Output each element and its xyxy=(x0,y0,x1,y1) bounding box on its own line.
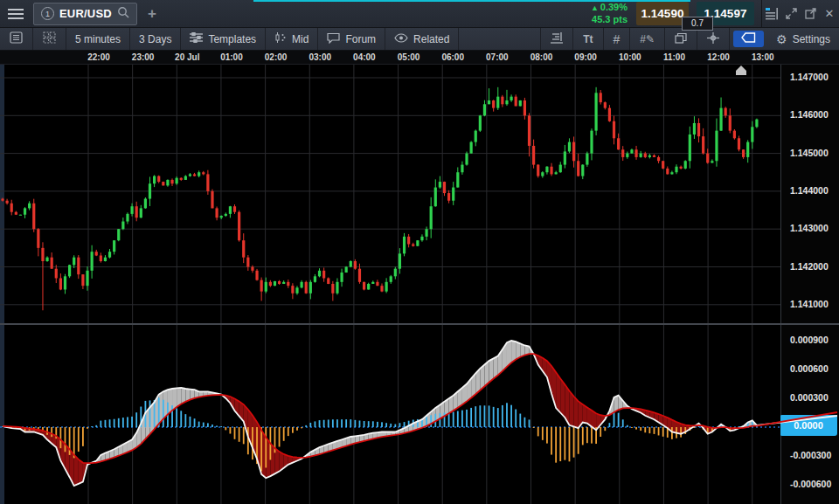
time-label: 20 Jul xyxy=(175,52,199,62)
candle xyxy=(496,97,499,108)
candle xyxy=(274,281,276,286)
grid-icon: # xyxy=(614,32,621,46)
candle xyxy=(331,284,334,293)
candle xyxy=(634,149,637,157)
chart-shift-button[interactable] xyxy=(541,28,573,50)
candle xyxy=(430,206,433,229)
candle xyxy=(193,174,196,176)
candle xyxy=(91,252,94,271)
candle xyxy=(265,282,267,292)
candle xyxy=(32,204,35,229)
candle xyxy=(648,155,651,157)
time-label: 09:00 xyxy=(574,52,597,62)
candle xyxy=(95,252,98,255)
candle xyxy=(746,142,749,157)
main-menu-button[interactable] xyxy=(0,0,31,28)
hamburger-icon xyxy=(8,9,24,19)
candle xyxy=(153,176,156,184)
time-label: 10:00 xyxy=(619,52,641,62)
candle xyxy=(510,97,512,100)
candle xyxy=(390,276,392,281)
price-chart-panel[interactable] xyxy=(0,65,839,323)
candle xyxy=(452,188,454,201)
watchlist-button[interactable] xyxy=(0,28,33,50)
chart-tab-eurusd[interactable]: 1 EUR/USD xyxy=(33,3,137,25)
range-selector[interactable]: 3 Days xyxy=(130,28,181,50)
candle xyxy=(532,146,535,165)
candle xyxy=(68,265,71,276)
depth-of-market-button[interactable] xyxy=(762,0,781,28)
candle xyxy=(380,286,383,291)
time-axis[interactable]: 22:0023:0020 Jul01:0002:0003:0004:0005:0… xyxy=(0,51,839,65)
related-button[interactable]: Related xyxy=(385,28,459,50)
search-icon[interactable] xyxy=(117,6,129,22)
top-bar: 1 EUR/USD + ▲0.39% 45.3 pts 1.14590 1.14… xyxy=(0,0,839,28)
candle xyxy=(51,258,53,269)
candle xyxy=(630,149,633,153)
chart-toolbar: 5 minutes 3 Days Templates Mid Forum Rel… xyxy=(0,28,839,51)
candle xyxy=(282,282,285,284)
candle xyxy=(541,172,544,176)
candle xyxy=(519,100,522,106)
candle xyxy=(626,154,628,157)
timeframe-selector[interactable]: 5 minutes xyxy=(66,28,130,50)
add-chart-button[interactable]: + xyxy=(137,5,167,23)
candle xyxy=(617,138,620,149)
daily-change: ▲0.39% 45.3 pts xyxy=(591,2,628,25)
crosshair-button[interactable] xyxy=(697,28,730,50)
candle xyxy=(545,167,548,172)
candle xyxy=(295,287,298,293)
candle xyxy=(202,172,205,174)
candle xyxy=(86,271,88,286)
candle xyxy=(537,165,539,176)
candle xyxy=(287,282,289,286)
candle xyxy=(644,154,647,157)
time-label: 12:00 xyxy=(707,52,730,62)
window-top-accent xyxy=(253,0,690,2)
candle xyxy=(354,261,357,269)
detach-window-button[interactable] xyxy=(801,0,820,28)
candle xyxy=(425,229,427,237)
candle xyxy=(662,161,664,169)
fullscreen-button[interactable] xyxy=(781,0,801,28)
sell-button[interactable]: 1.14590 xyxy=(636,2,689,25)
candle xyxy=(64,276,66,289)
macd-indicator-panel[interactable] xyxy=(0,325,839,504)
candle xyxy=(680,167,683,169)
forum-label: Forum xyxy=(345,33,376,45)
templates-button[interactable]: Templates xyxy=(181,28,266,50)
candle xyxy=(403,237,406,253)
forum-button[interactable]: Forum xyxy=(318,28,385,50)
time-label: 04:00 xyxy=(353,52,376,62)
candle xyxy=(479,115,482,130)
candlestick-icon xyxy=(274,32,287,46)
candle xyxy=(729,115,732,130)
candle xyxy=(600,93,602,102)
chart-type-button[interactable]: Mid xyxy=(266,28,318,50)
grid-toggle-button[interactable]: # xyxy=(604,28,631,50)
duplicate-chart-button[interactable] xyxy=(665,28,697,50)
layout-grid-icon xyxy=(43,31,56,46)
time-label: 23:00 xyxy=(132,52,155,62)
candle xyxy=(157,176,160,182)
close-chart-button[interactable]: ✕ xyxy=(820,0,839,28)
candle xyxy=(394,269,397,277)
price-label-button-active[interactable] xyxy=(733,31,764,47)
settings-button[interactable]: ⚙ Settings xyxy=(767,28,839,50)
candle xyxy=(211,191,213,208)
spread-badge: 0.7 xyxy=(682,17,713,31)
candle xyxy=(608,108,611,121)
candle xyxy=(15,212,17,215)
text-annotation-button[interactable]: Tt xyxy=(573,28,603,50)
draw-tools-button[interactable]: #✎ xyxy=(630,28,665,50)
candle xyxy=(229,206,232,214)
candle xyxy=(336,282,338,293)
candle xyxy=(55,269,58,279)
candle xyxy=(251,267,253,271)
layout-button[interactable] xyxy=(33,28,66,50)
time-label: 22:00 xyxy=(87,52,110,62)
candle xyxy=(260,280,263,292)
candle xyxy=(81,274,84,286)
candle xyxy=(706,154,709,163)
change-points: 45.3 pts xyxy=(591,14,628,25)
